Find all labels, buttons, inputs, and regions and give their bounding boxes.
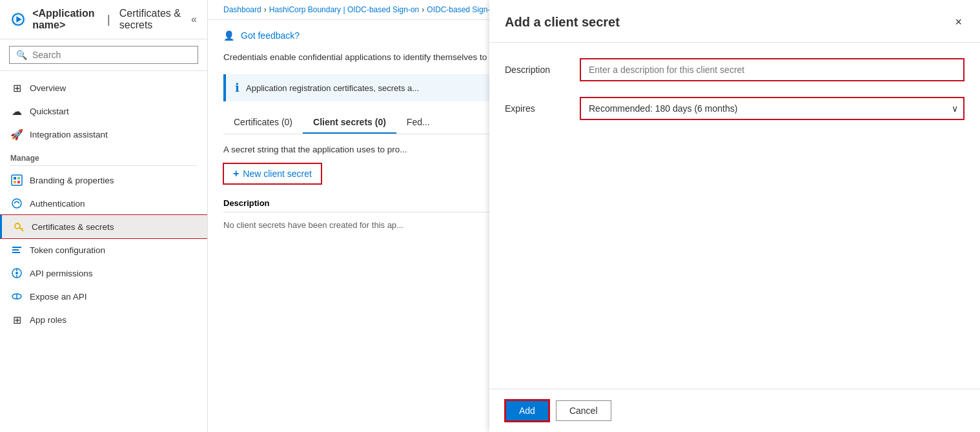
svg-rect-12 (12, 247, 21, 248)
sidebar-collapse-button[interactable]: « (191, 14, 197, 25)
sidebar-item-token[interactable]: Token configuration (0, 238, 207, 262)
sidebar-item-label: App roles (30, 315, 66, 325)
svg-rect-5 (17, 177, 20, 180)
feedback-text[interactable]: Got feedback? (241, 30, 300, 41)
manage-section-label: Manage (0, 146, 207, 165)
expires-select[interactable]: Recommended: 180 days (6 months) 30 days… (580, 97, 965, 120)
svg-rect-3 (12, 175, 22, 185)
search-input[interactable] (32, 50, 191, 60)
token-icon (10, 243, 23, 256)
sidebar-item-label: API permissions (30, 269, 93, 278)
rocket-icon: 🚀 (10, 128, 23, 141)
app-roles-icon: ⊞ (10, 313, 23, 326)
search-icon: 🔍 (16, 50, 27, 60)
sidebar-item-quickstart[interactable]: ☁ Quickstart (0, 99, 207, 123)
app-name: <Application name> (32, 8, 98, 31)
sidebar-item-overview[interactable]: ⊞ Overview (0, 76, 207, 99)
sidebar-item-label: Integration assistant (30, 130, 108, 139)
app-logo-icon (10, 8, 26, 31)
tab-federated[interactable]: Fed... (396, 112, 440, 134)
sidebar-item-label: Overview (30, 83, 66, 93)
description-label: Description (505, 65, 569, 75)
key-icon (12, 220, 25, 233)
description-input[interactable] (580, 58, 965, 81)
dialog-close-button[interactable]: × (952, 13, 965, 32)
form-row-expires: Expires Recommended: 180 days (6 months)… (505, 97, 965, 120)
sidebar-item-label: Certificates & secrets (32, 222, 114, 232)
svg-rect-13 (12, 249, 19, 251)
sidebar-item-branding[interactable]: Branding & properties (0, 169, 207, 192)
add-button[interactable]: Add (505, 400, 549, 422)
plus-icon: + (233, 168, 239, 180)
dialog-header: Add a client secret × (489, 0, 980, 43)
sidebar-item-label: Token configuration (30, 245, 105, 255)
expose-api-icon (10, 290, 23, 303)
sidebar-item-label: Branding & properties (30, 176, 114, 185)
new-secret-label: New client secret (243, 169, 312, 179)
sidebar-item-app-roles[interactable]: ⊞ App roles (0, 308, 207, 331)
nav-items-list: ⊞ Overview ☁ Quickstart 🚀 Integration as… (0, 71, 207, 336)
page-title-sidebar: Certificates & secrets (119, 8, 185, 31)
info-banner-text: Application registration certificates, s… (246, 83, 419, 93)
dialog-body: Description Expires Recommended: 180 day… (489, 43, 980, 389)
dialog-footer: Add Cancel (489, 389, 980, 432)
tab-client-secrets[interactable]: Client secrets (0) (303, 112, 396, 134)
svg-rect-14 (12, 252, 20, 253)
breadcrumb-hashicorp[interactable]: HashiCorp Boundary | OIDC-based Sign-on (269, 5, 420, 14)
sidebar-item-label: Authentication (30, 199, 85, 209)
branding-icon (10, 174, 23, 187)
feedback-icon: 👤 (223, 30, 234, 41)
sidebar-item-api[interactable]: API permissions (0, 262, 207, 285)
title-divider: | (107, 13, 110, 26)
sidebar-item-expose-api[interactable]: Expose an API (0, 285, 207, 308)
add-client-secret-dialog: Add a client secret × Description Expire… (489, 0, 980, 432)
sidebar-item-authentication[interactable]: Authentication (0, 192, 207, 215)
sidebar-item-label: Quickstart (30, 107, 69, 116)
expires-select-wrapper: Recommended: 180 days (6 months) 30 days… (580, 97, 965, 120)
sidebar-item-integration[interactable]: 🚀 Integration assistant (0, 123, 207, 146)
sidebar-item-label: Expose an API (30, 292, 87, 302)
new-client-secret-button[interactable]: + New client secret (223, 163, 322, 184)
svg-line-11 (21, 228, 23, 229)
breadcrumb-oidc[interactable]: OIDC-based Sign-on (427, 5, 498, 14)
expires-label: Expires (505, 103, 569, 114)
sidebar-nav: ⊞ Overview ☁ Quickstart 🚀 Integration as… (0, 71, 207, 432)
grid-icon: ⊞ (10, 81, 23, 94)
svg-point-16 (15, 272, 18, 274)
svg-rect-6 (14, 181, 16, 183)
form-row-description: Description (505, 58, 965, 81)
dialog-title: Add a client secret (505, 15, 620, 30)
sidebar: <Application name> | Certificates & secr… (0, 0, 208, 432)
search-container: 🔍 (0, 39, 207, 71)
api-icon (10, 267, 23, 280)
sidebar-item-certificates[interactable]: Certificates & secrets (0, 215, 207, 238)
svg-rect-7 (17, 181, 20, 183)
svg-point-8 (12, 199, 21, 208)
breadcrumb-dashboard[interactable]: Dashboard (223, 5, 261, 14)
svg-rect-4 (14, 177, 16, 180)
authentication-icon (10, 197, 23, 210)
info-icon: ℹ (235, 81, 240, 95)
cloud-icon: ☁ (10, 105, 23, 118)
tab-certificates[interactable]: Certificates (0) (223, 112, 303, 134)
sidebar-header: <Application name> | Certificates & secr… (0, 0, 207, 39)
search-box[interactable]: 🔍 (9, 46, 198, 64)
cancel-button[interactable]: Cancel (556, 400, 611, 421)
